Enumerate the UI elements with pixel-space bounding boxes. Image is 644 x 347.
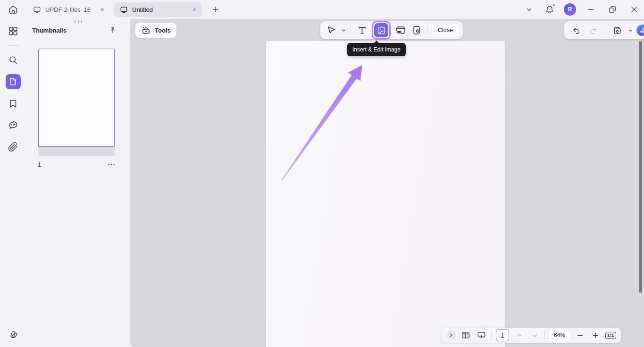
tab-label: Untitled xyxy=(132,6,153,13)
tab-updf-2-files[interactable]: UPDF-2-files_16 xyxy=(27,2,109,17)
next-page-button[interactable] xyxy=(529,329,540,341)
vertical-scrollbar[interactable] xyxy=(639,41,642,293)
tab-untitled[interactable]: Untitled xyxy=(114,2,202,17)
undo-button[interactable] xyxy=(569,23,583,38)
sidebar-item-bookmarks[interactable] xyxy=(6,96,21,111)
sidebar-item-thumbnails[interactable] xyxy=(6,74,21,89)
arrow-annotation[interactable] xyxy=(266,41,505,347)
bookmark-icon xyxy=(8,98,18,109)
comment-cursor-icon xyxy=(476,330,487,341)
minimize-icon xyxy=(586,5,595,14)
maximize-button[interactable] xyxy=(605,2,619,17)
tooltip-text: Insert & Edit Image xyxy=(352,46,401,53)
new-tab-button[interactable] xyxy=(210,4,221,15)
link-icon xyxy=(395,25,406,36)
edit-toolbar: Close xyxy=(320,21,463,39)
pdf-page[interactable] xyxy=(266,41,505,347)
status-bar: 64% 1:1 xyxy=(442,328,621,343)
ai-assistant-button[interactable] xyxy=(636,25,644,36)
chevron-down-icon xyxy=(531,332,538,339)
theme-switch-button[interactable] xyxy=(6,327,21,342)
text-tool-button[interactable] xyxy=(355,23,369,38)
chevron-up-icon xyxy=(516,332,523,339)
avatar[interactable]: R xyxy=(564,3,576,16)
plus-icon xyxy=(211,5,220,14)
unsaved-dot xyxy=(100,8,104,11)
titlebar: UPDF-2-files_16 Untitled xyxy=(0,0,644,19)
location-doc-icon xyxy=(411,25,422,36)
page-more-button[interactable] xyxy=(107,161,116,168)
previous-page-button[interactable] xyxy=(513,329,525,341)
ai-swirl-icon xyxy=(638,26,644,34)
apps-grid-icon xyxy=(8,25,19,37)
document-tab-icon xyxy=(33,6,41,14)
tools-button[interactable]: Tools xyxy=(135,23,176,38)
toolbar-divider xyxy=(605,26,605,34)
tools-label: Tools xyxy=(155,27,171,34)
window-menu-button[interactable] xyxy=(522,3,535,16)
image-tool-button[interactable] xyxy=(374,23,388,37)
thumbnails-panel: Thumbnails 1 xyxy=(26,19,130,347)
close-icon xyxy=(629,5,639,14)
chevron-down-icon xyxy=(628,28,633,33)
pin-icon xyxy=(109,26,117,34)
search-icon xyxy=(8,54,19,66)
expand-statusbar-button[interactable] xyxy=(446,330,456,340)
page-view-mode-button[interactable] xyxy=(460,329,471,341)
notifications-button[interactable] xyxy=(543,3,556,16)
page-number-input[interactable] xyxy=(496,329,509,341)
two-page-view-icon xyxy=(460,330,471,340)
pin-panel-button[interactable] xyxy=(108,25,117,35)
home-icon xyxy=(8,4,19,15)
close-edit-mode-button[interactable]: Close xyxy=(432,24,459,37)
home-button[interactable] xyxy=(6,2,21,17)
updf-window: UPDF-2-files_16 Untitled xyxy=(0,0,644,347)
comment-icon xyxy=(8,119,19,131)
comment-mode-button[interactable] xyxy=(476,329,487,341)
panel-header: Thumbnails xyxy=(26,25,130,35)
sidebar-item-attachments[interactable] xyxy=(6,139,21,154)
redo-button[interactable] xyxy=(586,23,600,38)
left-sidebar xyxy=(0,19,26,347)
select-tool-dropdown[interactable] xyxy=(340,23,347,38)
minus-icon xyxy=(577,332,584,339)
document-tab-icon xyxy=(120,6,128,14)
toolbox-icon xyxy=(141,25,151,35)
theme-icon xyxy=(8,329,19,340)
save-dropdown[interactable] xyxy=(627,23,634,38)
actual-size-button[interactable]: 1:1 xyxy=(605,332,616,339)
page-number-label: 1 xyxy=(38,161,41,168)
chevron-right-icon xyxy=(449,333,453,338)
save-button[interactable] xyxy=(610,23,624,38)
location-stamp-tool-button[interactable] xyxy=(410,23,424,38)
tooltip: Insert & Edit Image xyxy=(347,43,406,56)
close-window-button[interactable] xyxy=(627,2,641,17)
page-thumbnail-1[interactable] xyxy=(38,49,115,147)
more-dots-icon xyxy=(108,163,115,166)
sidebar-item-search[interactable] xyxy=(6,52,21,68)
save-icon xyxy=(612,25,622,35)
select-tool-button[interactable] xyxy=(324,23,338,38)
statusbar-divider xyxy=(544,331,545,339)
panel-resize-handle[interactable] xyxy=(75,20,82,23)
sidebar-item-comments[interactable] xyxy=(6,118,21,133)
cursor-icon xyxy=(326,25,337,36)
avatar-initial: R xyxy=(568,6,572,13)
chevron-down-icon xyxy=(526,6,533,13)
minimize-button[interactable] xyxy=(584,2,598,17)
thumbnail-selection-strip xyxy=(38,147,115,156)
zoom-level[interactable]: 64% xyxy=(549,330,570,341)
statusbar-divider xyxy=(491,331,492,339)
toolbar-divider xyxy=(351,26,351,34)
text-tool-icon xyxy=(356,25,368,36)
image-icon xyxy=(376,25,386,35)
sidebar-item-apps[interactable] xyxy=(6,24,21,39)
link-tool-button[interactable] xyxy=(393,23,408,38)
redo-icon xyxy=(588,25,598,35)
panel-title: Thumbnails xyxy=(32,27,67,34)
zoom-in-button[interactable] xyxy=(590,329,601,341)
zoom-out-button[interactable] xyxy=(574,329,585,341)
page-thumbnails-icon xyxy=(8,77,18,86)
thumbnail-caption-row: 1 xyxy=(38,161,116,168)
plus-icon xyxy=(592,332,599,339)
